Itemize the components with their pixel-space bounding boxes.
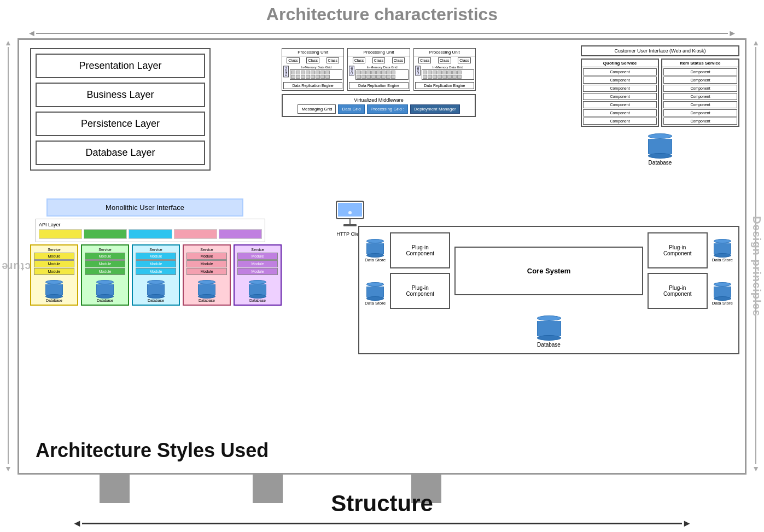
qs-comp3: Component xyxy=(583,85,657,92)
sm4-module: Module xyxy=(186,253,227,260)
layer-persistence: Persistence Layer xyxy=(36,112,205,136)
layer-presentation: Presentation Layer xyxy=(36,54,205,78)
sm4-module3: Module xyxy=(186,268,227,275)
cell xyxy=(357,71,361,74)
vm-deployment-manager: Deployment Manager xyxy=(410,104,459,114)
bottom-section: Structure ◄ ► xyxy=(18,473,746,532)
sm2-module2: Module xyxy=(85,260,125,267)
cell xyxy=(391,71,395,74)
sm5-db-label: Database xyxy=(237,299,278,302)
ds-body xyxy=(714,287,731,297)
cell xyxy=(381,75,386,79)
arch-characteristics-label: Architecture characteristics xyxy=(266,4,498,25)
cell xyxy=(306,71,310,74)
cell xyxy=(371,71,376,74)
service-based: Monolithic User Interface API Layer Serv… xyxy=(30,198,328,306)
cell xyxy=(325,75,330,79)
item-status-title: Item Status Service xyxy=(662,60,738,67)
sm3-module3: Module xyxy=(136,268,176,275)
sm5-db-body xyxy=(249,284,266,295)
cell xyxy=(306,75,310,79)
cell xyxy=(457,75,462,79)
item-status-service: Item Status Service Component Component … xyxy=(661,59,739,127)
cell xyxy=(438,71,442,74)
ds-top xyxy=(366,239,384,243)
structure-label: Structure xyxy=(331,490,433,517)
sm5-db-top xyxy=(249,280,266,284)
cell xyxy=(381,71,386,74)
sm4-title: Service xyxy=(186,248,228,252)
customer-ui: Customer User Interface (Web and Kiosk) xyxy=(581,45,739,56)
ds-left1-cyl xyxy=(366,239,384,258)
pu1-grid-label: In-Memory Data Grid xyxy=(290,66,342,69)
cell xyxy=(428,75,432,79)
pu3-grid xyxy=(422,69,474,80)
ds-top xyxy=(714,239,731,243)
pu2-replication: Data Replication Engine xyxy=(349,82,408,89)
db-top xyxy=(648,133,672,139)
sm4-db-top xyxy=(198,280,215,284)
core-system: Core System xyxy=(454,247,643,295)
sm2-db-container: Database xyxy=(84,277,126,302)
sm2-database xyxy=(96,280,114,299)
cell xyxy=(447,75,452,79)
is-comp7: Component xyxy=(663,118,737,125)
pu3-title: Processing Unit xyxy=(414,49,475,56)
svg-rect-1 xyxy=(338,203,362,217)
api-chip-blue xyxy=(129,229,172,239)
ds-right1-cyl xyxy=(714,239,731,258)
sm5-module: Module xyxy=(237,253,278,260)
ds-bottom xyxy=(714,253,731,258)
sm4-module2: Module xyxy=(186,260,227,267)
right-arrow-head: ► xyxy=(728,28,737,38)
sm1-db-label: Database xyxy=(33,299,75,302)
cell xyxy=(433,71,437,74)
main-container: Architecture characteristics ◄ ► ▲ ▼ Arc… xyxy=(0,0,764,532)
sm5-database xyxy=(249,280,266,299)
sm3-db-body xyxy=(147,284,165,295)
vm-title: Virtualized Middleware xyxy=(285,97,473,103)
cell xyxy=(386,71,390,74)
cell xyxy=(457,71,462,74)
qs-comp1: Component xyxy=(583,68,657,75)
left-arrow-container: ▲ ▼ xyxy=(4,38,12,473)
pu1-class1: Class xyxy=(287,57,300,63)
services-grid: Service Module Module Module Database xyxy=(30,244,328,306)
cell xyxy=(438,75,442,79)
sm5-db-container: Database xyxy=(237,277,278,302)
processing-unit-3: Processing Unit Class Class Class Grids … xyxy=(413,48,476,91)
sm3-db-bottom xyxy=(147,294,165,299)
processing-unit-1: Processing Unit Class Class Class Cache … xyxy=(282,48,344,91)
pu1-cache-label: Cache xyxy=(283,66,289,77)
vm-grids: Messaging Grid Data Grid Processing Grid… xyxy=(285,104,473,114)
left-plugins: Plug-inComponent Plug-inComponent xyxy=(390,232,450,309)
bottom-arrow: ◄ ► xyxy=(72,518,692,529)
pu2-title: Processing Unit xyxy=(348,49,409,56)
api-chip-green xyxy=(84,229,127,239)
is-comp1: Component xyxy=(663,68,737,75)
quoting-service-title: Quoting Service xyxy=(582,60,658,67)
left-arrow-line xyxy=(8,47,9,464)
cell xyxy=(291,75,295,79)
pu3-replication: Data Replication Engine xyxy=(415,82,474,89)
qs-comp6: Component xyxy=(583,109,657,116)
pu3-grid-row: Grids In-Memory Data Grid xyxy=(414,65,475,81)
sm3-db-container: Database xyxy=(135,277,177,302)
cell xyxy=(423,75,427,79)
plugin-right-top: Plug-inComponent xyxy=(648,232,708,268)
cell xyxy=(361,75,366,79)
sm1-title: Service xyxy=(33,248,75,252)
qs-comp7: Component xyxy=(583,118,657,125)
ds-right1-label: Data Store xyxy=(712,258,733,262)
services-row: Quoting Service Component Component Comp… xyxy=(581,59,739,127)
pu1-class3: Class xyxy=(326,57,340,63)
cell xyxy=(428,71,432,74)
pu3-class2: Class xyxy=(438,57,451,63)
ds-left2-label: Data Store xyxy=(365,301,386,306)
qs-comp5: Component xyxy=(583,101,657,108)
is-comp3: Component xyxy=(663,85,737,92)
ds-body xyxy=(366,243,384,254)
pu1-replication: Data Replication Engine xyxy=(283,82,342,89)
sm3-db-label: Database xyxy=(135,299,177,302)
monolithic-ui: Monolithic User Interface xyxy=(46,198,243,217)
